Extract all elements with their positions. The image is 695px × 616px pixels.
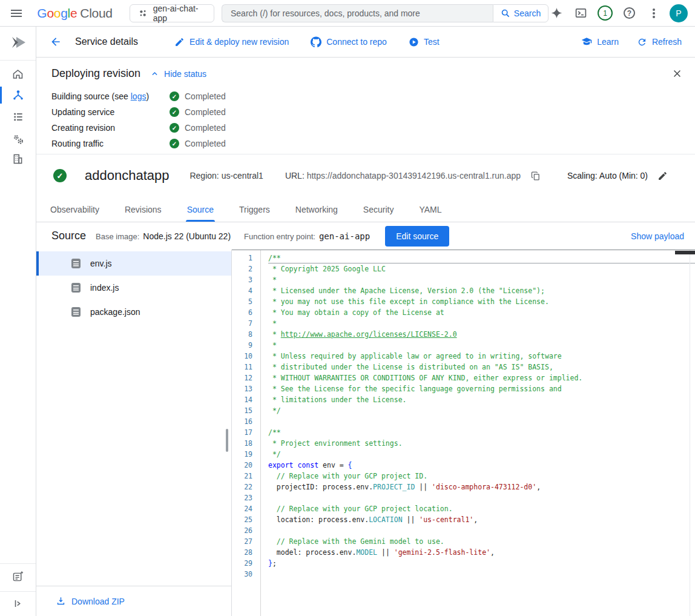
code-line[interactable]: // Replace with your GCP project ID. [268,471,695,482]
cloud-shell-icon[interactable] [573,5,589,21]
editor-code: /** * Copyright 2025 Google LLC * * Lice… [261,250,695,616]
tab-source[interactable]: Source [186,197,215,222]
code-line[interactable]: projectID: process.env.PROJECT_ID || 'di… [268,482,695,492]
code-line[interactable]: * You may obtain a copy of the License a… [268,307,695,318]
gemini-spark-icon[interactable] [548,5,565,21]
check-circle-icon [170,139,179,148]
tabs: ObservabilityRevisionsSourceTriggersNetw… [36,197,695,222]
code-line[interactable]: * you may not use this file except in co… [268,296,695,307]
code-line[interactable]: * limitations under the License. [268,394,695,405]
search-input[interactable] [222,4,493,22]
topbar: Google Cloud gen-ai-chat-app Search [0,0,695,27]
file-item-index.js[interactable]: index.js [36,276,231,300]
more-vertical-icon[interactable] [645,5,662,21]
code-line[interactable]: * Copyright 2025 Google LLC [268,263,695,274]
sidebar-item-home[interactable] [0,63,36,85]
check-circle-icon [170,107,179,117]
code-line[interactable]: // Replace with your GCP project locatio… [268,503,695,514]
back-button[interactable] [48,35,63,49]
deploy-steps: Building source (see logs)CompletedUpdat… [51,88,680,151]
tab-networking[interactable]: Networking [294,197,339,222]
search-button[interactable]: Search [493,4,548,22]
test-button[interactable]: Test [409,37,440,47]
code-line[interactable]: }; [268,558,695,569]
line-number: 15 [232,405,260,416]
notification-count: 1 [598,5,613,21]
close-icon[interactable] [670,66,684,81]
line-number: 2 [232,263,260,274]
sidebar-item-integrations[interactable] [0,148,36,170]
edit-deploy-button[interactable]: Edit & deploy new revision [174,37,289,47]
line-number: 7 [232,318,260,329]
code-line[interactable]: */ [268,449,695,460]
code-line[interactable]: location: process.env.LOCATION || 'us-ce… [268,514,695,525]
code-line[interactable]: * See the License for the specific langu… [268,383,695,394]
line-number: 20 [232,460,260,471]
menu-icon[interactable] [10,6,22,21]
code-line[interactable] [268,492,695,503]
code-line[interactable]: * http://www.apache.org/licenses/LICENSE… [268,329,695,340]
learn-icon [581,36,592,47]
scaling-info: Scaling: Auto (Min: 0) [567,171,648,180]
search-bar: Search [222,4,548,22]
refresh-button[interactable]: Refresh [637,37,682,47]
code-line[interactable]: /** [268,253,695,263]
google-cloud-logo[interactable]: Google Cloud [37,6,112,21]
project-selector[interactable]: gen-ai-chat-app [130,4,214,22]
hamburger-bars [11,13,22,14]
help-icon[interactable] [621,5,637,21]
sidebar-item-services[interactable] [0,84,36,106]
tab-yaml[interactable]: YAML [418,197,443,222]
file-item-package.json[interactable]: package.json [36,300,231,324]
edit-source-button[interactable]: Edit source [385,226,449,247]
tab-revisions[interactable]: Revisions [124,197,163,222]
code-line[interactable]: * [268,274,695,285]
code-line[interactable]: * Licensed under the Apache License, Ver… [268,285,695,296]
line-number: 1 [232,253,260,263]
learn-button[interactable]: Learn [581,36,619,47]
sidebar-item-jobs[interactable] [0,106,36,128]
tab-triggers[interactable]: Triggers [238,197,271,222]
avatar[interactable]: P [670,4,688,22]
cloud-run-logo[interactable] [0,31,36,53]
release-notes-button[interactable] [0,566,36,588]
code-line[interactable]: * [268,318,695,329]
code-line[interactable] [268,569,695,580]
copy-url-button[interactable] [528,168,542,183]
rail-divider [0,60,36,61]
editor-scrollbar-track[interactable] [690,250,690,616]
code-line[interactable]: // Replace with the Gemini model to use. [268,536,695,547]
code-line[interactable]: * Unless required by applicable law or a… [268,351,695,362]
file-name: env.js [90,259,112,268]
editor-gutter: 1234567891011121314151617181920212223242… [232,250,261,616]
file-panel: env.jsindex.jspackage.json Download ZIP [36,250,231,616]
show-payload-link[interactable]: Show payload [631,231,684,241]
logs-link[interactable]: logs [131,91,147,101]
code-line[interactable]: */ [268,405,695,416]
tab-security[interactable]: Security [362,197,395,222]
expand-panel-button[interactable] [0,592,36,614]
notification-count-badge[interactable]: 1 [597,5,613,21]
code-line[interactable] [268,525,695,536]
code-line[interactable]: * [268,340,695,351]
step-label: Routing traffic [51,139,170,148]
file-panel-scrollbar[interactable] [226,429,228,452]
code-line[interactable]: /** [268,427,695,438]
file-icon [71,307,81,317]
code-line[interactable]: export const env = { [268,460,695,471]
connect-to-repo-button[interactable]: Connect to repo [311,36,387,47]
code-line[interactable]: * Project environment settings. [268,438,695,449]
code-line[interactable]: * WITHOUT WARRANTIES OR CONDITIONS OF AN… [268,373,695,383]
sidebar-item-worker-pools[interactable] [0,128,36,150]
download-zip-button[interactable]: Download ZIP [36,586,231,616]
code-line[interactable]: * distributed under the License is distr… [268,362,695,373]
release-notes-icon [12,571,24,583]
line-number: 27 [232,536,260,547]
file-item-env.js[interactable]: env.js [36,251,231,276]
edit-scaling-button[interactable] [655,168,670,183]
hide-status-toggle[interactable]: Hide status [150,69,206,79]
tab-observability[interactable]: Observability [49,197,100,222]
code-line[interactable] [268,416,695,427]
code-line[interactable]: model: process.env.MODEL || 'gemini-2.5-… [268,547,695,558]
line-number: 12 [232,373,260,383]
